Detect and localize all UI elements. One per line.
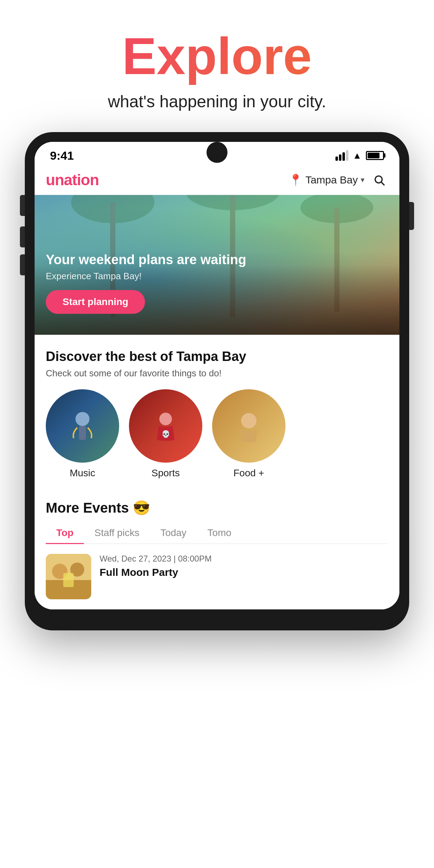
- banner-content: Your weekend plans are waiting Experienc…: [46, 252, 388, 314]
- phone-wrapper: 9:41 ▲ unation: [0, 125, 434, 652]
- tab-today[interactable]: Today: [150, 523, 197, 543]
- chevron-down-icon: ▾: [361, 175, 364, 185]
- sports-label: Sports: [152, 468, 180, 479]
- event-thumbnail: [46, 554, 91, 599]
- signal-bar-2: [339, 154, 341, 161]
- signal-bar-3: [342, 152, 345, 161]
- event-info: Wed, Dec 27, 2023 | 08:00PM Full Moon Pa…: [100, 554, 388, 599]
- banner-title: Your weekend plans are waiting: [46, 252, 388, 268]
- signal-icon: [335, 150, 348, 161]
- category-music[interactable]: Music: [46, 389, 119, 479]
- app-header: unation 📍 Tampa Bay ▾: [35, 165, 399, 195]
- discover-title: Discover the best of Tampa Bay: [46, 349, 388, 365]
- status-icons: ▲: [335, 150, 384, 161]
- location-pin-icon: 📍: [289, 173, 303, 187]
- event-name: Full Moon Party: [100, 566, 388, 578]
- signal-bar-1: [335, 157, 338, 161]
- tab-staff-picks[interactable]: Staff picks: [84, 523, 150, 543]
- search-button[interactable]: [370, 171, 388, 189]
- banner: Your weekend plans are waiting Experienc…: [35, 195, 399, 335]
- header-right: 📍 Tampa Bay ▾: [289, 171, 388, 189]
- more-events-title: More Events 😎: [46, 500, 388, 516]
- category-sports[interactable]: 💀 Sports: [129, 389, 202, 479]
- app-logo: unation: [46, 171, 99, 189]
- svg-point-10: [159, 413, 172, 425]
- category-music-image: [46, 389, 119, 463]
- banner-subtitle: Experience Tampa Bay!: [46, 271, 388, 282]
- category-sports-image: 💀: [129, 389, 202, 463]
- phone-frame: 9:41 ▲ unation: [25, 132, 409, 631]
- svg-point-8: [75, 412, 89, 426]
- wifi-icon: ▲: [353, 150, 362, 161]
- categories-row: Music 💀 Sports: [46, 389, 388, 479]
- location-label: Tampa Bay: [305, 174, 358, 186]
- event-date: Wed, Dec 27, 2023 | 08:00PM: [100, 554, 388, 564]
- hero-title: Explore: [21, 28, 413, 85]
- more-events-section: More Events 😎 Top Staff picks Today Tomo: [35, 486, 399, 544]
- svg-point-12: [241, 413, 256, 428]
- event-card[interactable]: Wed, Dec 27, 2023 | 08:00PM Full Moon Pa…: [35, 544, 399, 609]
- discover-subtitle: Check out some of our favorite things to…: [46, 368, 388, 379]
- tab-top[interactable]: Top: [46, 523, 84, 543]
- hero-section: Explore what's happening in your city.: [0, 0, 434, 125]
- category-food-image: [212, 389, 285, 463]
- phone-notch: [207, 142, 227, 163]
- food-label: Food +: [233, 468, 264, 479]
- status-time: 9:41: [50, 149, 74, 162]
- discover-section: Discover the best of Tampa Bay Check out…: [35, 335, 399, 486]
- svg-text:💀: 💀: [161, 430, 170, 438]
- svg-line-1: [381, 182, 384, 185]
- hero-subtitle: what's happening in your city.: [21, 92, 413, 111]
- svg-rect-9: [79, 426, 86, 440]
- signal-bar-4: [346, 150, 348, 161]
- location-selector[interactable]: 📍 Tampa Bay ▾: [289, 173, 364, 187]
- phone-screen: 9:41 ▲ unation: [35, 142, 399, 610]
- music-label: Music: [70, 468, 95, 479]
- events-tabs: Top Staff picks Today Tomo: [46, 523, 388, 544]
- svg-rect-17: [63, 573, 74, 587]
- battery-icon: [366, 151, 384, 160]
- category-food[interactable]: Food +: [212, 389, 285, 479]
- start-planning-button[interactable]: Start planning: [46, 290, 145, 314]
- tab-tomorrow[interactable]: Tomo: [197, 523, 242, 543]
